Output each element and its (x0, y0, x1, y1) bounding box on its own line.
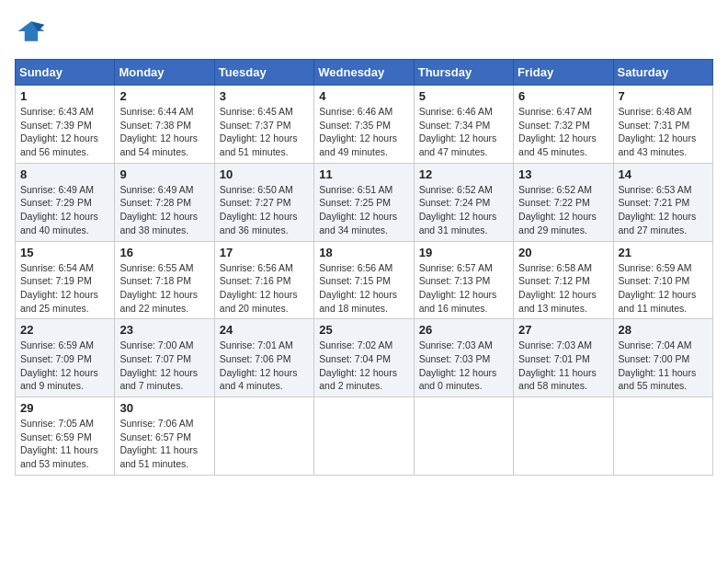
day-number: 1 (20, 89, 109, 103)
calendar-week-3: 15Sunrise: 6:54 AMSunset: 7:19 PMDayligh… (16, 241, 713, 319)
day-info: Sunrise: 6:59 AMSunset: 7:09 PMDaylight:… (20, 339, 109, 393)
weekday-thursday: Thursday (414, 60, 513, 86)
day-info: Sunrise: 6:50 AMSunset: 7:27 PMDaylight:… (220, 183, 309, 237)
calendar-day-28: 28Sunrise: 7:04 AMSunset: 7:00 PMDayligh… (613, 319, 712, 397)
day-info: Sunrise: 6:45 AMSunset: 7:37 PMDaylight:… (220, 105, 309, 159)
day-info: Sunrise: 6:54 AMSunset: 7:19 PMDaylight:… (20, 261, 109, 316)
day-number: 6 (518, 89, 608, 103)
calendar-day-2: 2Sunrise: 6:44 AMSunset: 7:38 PMDaylight… (115, 86, 214, 164)
calendar-day-23: 23Sunrise: 7:00 AMSunset: 7:07 PMDayligh… (115, 319, 214, 397)
day-info: Sunrise: 6:44 AMSunset: 7:38 PMDaylight:… (119, 105, 209, 159)
logo (15, 15, 51, 48)
day-number: 8 (20, 167, 109, 181)
day-info: Sunrise: 6:46 AMSunset: 7:35 PMDaylight:… (319, 105, 408, 159)
day-number: 17 (220, 246, 309, 259)
calendar-day-20: 20Sunrise: 6:58 AMSunset: 7:12 PMDayligh… (514, 241, 613, 319)
day-number: 23 (119, 323, 209, 337)
calendar-day-12: 12Sunrise: 6:52 AMSunset: 7:24 PMDayligh… (414, 163, 513, 241)
day-number: 12 (419, 167, 508, 181)
calendar-day-22: 22Sunrise: 6:59 AMSunset: 7:09 PMDayligh… (16, 319, 115, 397)
day-number: 21 (619, 246, 708, 259)
calendar-week-2: 8Sunrise: 6:49 AMSunset: 7:29 PMDaylight… (16, 163, 713, 241)
weekday-sunday: Sunday (16, 60, 115, 86)
day-info: Sunrise: 6:49 AMSunset: 7:28 PMDaylight:… (119, 183, 209, 237)
day-number: 3 (220, 89, 309, 103)
day-number: 11 (319, 167, 408, 181)
weekday-wednesday: Wednesday (314, 60, 414, 86)
calendar-day-3: 3Sunrise: 6:45 AMSunset: 7:37 PMDaylight… (214, 86, 313, 164)
day-number: 19 (419, 246, 508, 259)
weekday-friday: Friday (514, 60, 613, 86)
day-info: Sunrise: 6:52 AMSunset: 7:22 PMDaylight:… (518, 183, 608, 237)
day-info: Sunrise: 7:03 AMSunset: 7:03 PMDaylight:… (419, 339, 508, 393)
day-info: Sunrise: 7:04 AMSunset: 7:00 PMDaylight:… (619, 339, 708, 393)
day-number: 2 (119, 89, 209, 103)
day-number: 30 (119, 401, 209, 415)
calendar-day-15: 15Sunrise: 6:54 AMSunset: 7:19 PMDayligh… (16, 241, 115, 319)
day-info: Sunrise: 7:03 AMSunset: 7:01 PMDaylight:… (518, 339, 608, 393)
calendar-day-5: 5Sunrise: 6:46 AMSunset: 7:34 PMDaylight… (414, 86, 513, 164)
day-info: Sunrise: 6:48 AMSunset: 7:31 PMDaylight:… (619, 105, 708, 159)
day-info: Sunrise: 7:00 AMSunset: 7:07 PMDaylight:… (119, 339, 209, 393)
calendar-day-14: 14Sunrise: 6:53 AMSunset: 7:21 PMDayligh… (613, 163, 712, 241)
day-info: Sunrise: 6:56 AMSunset: 7:16 PMDaylight:… (220, 261, 309, 316)
day-number: 15 (20, 246, 109, 259)
calendar-day-24: 24Sunrise: 7:01 AMSunset: 7:06 PMDayligh… (214, 319, 313, 397)
calendar-day-1: 1Sunrise: 6:43 AMSunset: 7:39 PMDaylight… (16, 86, 115, 164)
calendar-day-18: 18Sunrise: 6:56 AMSunset: 7:15 PMDayligh… (314, 241, 414, 319)
logo-icon (15, 15, 48, 48)
day-number: 7 (619, 89, 708, 103)
calendar-day-17: 17Sunrise: 6:56 AMSunset: 7:16 PMDayligh… (214, 241, 313, 319)
calendar-day-10: 10Sunrise: 6:50 AMSunset: 7:27 PMDayligh… (214, 163, 313, 241)
empty-cell (414, 397, 513, 476)
day-number: 16 (119, 246, 209, 259)
day-number: 4 (319, 89, 408, 103)
calendar-day-25: 25Sunrise: 7:02 AMSunset: 7:04 PMDayligh… (314, 319, 414, 397)
calendar-day-9: 9Sunrise: 6:49 AMSunset: 7:28 PMDaylight… (115, 163, 214, 241)
day-info: Sunrise: 6:47 AMSunset: 7:32 PMDaylight:… (518, 105, 608, 159)
weekday-header-row: SundayMondayTuesdayWednesdayThursdayFrid… (16, 60, 713, 86)
calendar-day-30: 30Sunrise: 7:06 AMSunset: 6:57 PMDayligh… (115, 397, 214, 476)
empty-cell (613, 397, 712, 476)
empty-cell (214, 397, 313, 476)
calendar-day-11: 11Sunrise: 6:51 AMSunset: 7:25 PMDayligh… (314, 163, 414, 241)
day-info: Sunrise: 6:56 AMSunset: 7:15 PMDaylight:… (319, 261, 408, 316)
day-info: Sunrise: 6:46 AMSunset: 7:34 PMDaylight:… (419, 105, 508, 159)
day-info: Sunrise: 6:52 AMSunset: 7:24 PMDaylight:… (419, 183, 508, 237)
calendar-day-21: 21Sunrise: 6:59 AMSunset: 7:10 PMDayligh… (613, 241, 712, 319)
calendar-day-7: 7Sunrise: 6:48 AMSunset: 7:31 PMDaylight… (613, 86, 712, 164)
day-info: Sunrise: 6:53 AMSunset: 7:21 PMDaylight:… (619, 183, 708, 237)
day-number: 26 (419, 323, 508, 337)
day-info: Sunrise: 6:57 AMSunset: 7:13 PMDaylight:… (419, 261, 508, 316)
calendar-day-4: 4Sunrise: 6:46 AMSunset: 7:35 PMDaylight… (314, 86, 414, 164)
calendar-day-19: 19Sunrise: 6:57 AMSunset: 7:13 PMDayligh… (414, 241, 513, 319)
weekday-tuesday: Tuesday (214, 60, 313, 86)
day-number: 22 (20, 323, 109, 337)
day-number: 13 (518, 167, 608, 181)
day-info: Sunrise: 6:49 AMSunset: 7:29 PMDaylight:… (20, 183, 109, 237)
day-number: 14 (619, 167, 708, 181)
day-number: 10 (220, 167, 309, 181)
day-number: 18 (319, 246, 408, 259)
day-info: Sunrise: 7:02 AMSunset: 7:04 PMDaylight:… (319, 339, 408, 393)
page-header (15, 15, 713, 48)
calendar-week-4: 22Sunrise: 6:59 AMSunset: 7:09 PMDayligh… (16, 319, 713, 397)
calendar-day-29: 29Sunrise: 7:05 AMSunset: 6:59 PMDayligh… (16, 397, 115, 476)
day-info: Sunrise: 6:58 AMSunset: 7:12 PMDaylight:… (518, 261, 608, 316)
day-number: 28 (619, 323, 708, 337)
calendar-day-6: 6Sunrise: 6:47 AMSunset: 7:32 PMDaylight… (514, 86, 613, 164)
day-info: Sunrise: 6:55 AMSunset: 7:18 PMDaylight:… (119, 261, 209, 316)
day-info: Sunrise: 6:43 AMSunset: 7:39 PMDaylight:… (20, 105, 109, 159)
calendar-day-16: 16Sunrise: 6:55 AMSunset: 7:18 PMDayligh… (115, 241, 214, 319)
calendar-day-27: 27Sunrise: 7:03 AMSunset: 7:01 PMDayligh… (514, 319, 613, 397)
calendar-week-5: 29Sunrise: 7:05 AMSunset: 6:59 PMDayligh… (16, 397, 713, 476)
weekday-monday: Monday (115, 60, 214, 86)
day-info: Sunrise: 6:59 AMSunset: 7:10 PMDaylight:… (619, 261, 708, 316)
calendar-day-13: 13Sunrise: 6:52 AMSunset: 7:22 PMDayligh… (514, 163, 613, 241)
day-number: 9 (119, 167, 209, 181)
day-info: Sunrise: 7:06 AMSunset: 6:57 PMDaylight:… (119, 417, 209, 471)
day-info: Sunrise: 7:05 AMSunset: 6:59 PMDaylight:… (20, 417, 109, 471)
day-number: 20 (518, 246, 608, 259)
day-number: 29 (20, 401, 109, 415)
empty-cell (314, 397, 414, 476)
